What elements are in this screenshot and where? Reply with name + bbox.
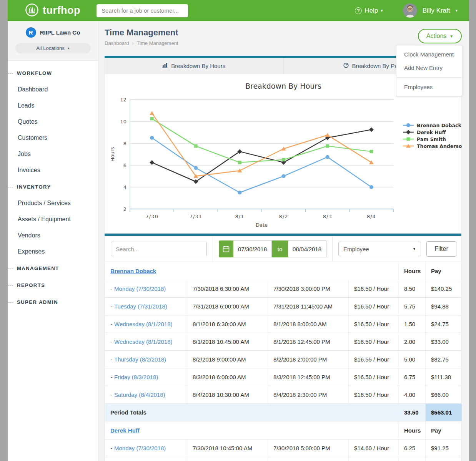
day-link[interactable]: Thursday (8/2/2018) xyxy=(114,356,166,363)
location-selector[interactable]: All Locations ▾ xyxy=(15,43,91,53)
partial-cell xyxy=(105,457,187,461)
clock-out-cell: 7/30/2018 3:00:00 PM xyxy=(268,280,348,297)
employee-link[interactable]: Brennan Doback xyxy=(110,268,156,274)
day-link[interactable]: Tuesday (7/31/2018) xyxy=(114,303,167,310)
hours-cell: 5.75 xyxy=(398,298,425,315)
day-link[interactable]: Monday (7/30/2018) xyxy=(114,285,166,292)
clock-out-cell: 7/30/2018 5:00:00 PM xyxy=(268,439,348,457)
menu-item-clock-management[interactable]: Clock Management xyxy=(396,48,462,61)
chevron-down-icon[interactable]: ▾ xyxy=(455,8,458,13)
chevron-down-icon: ▾ xyxy=(381,8,383,13)
sidebar-item-products-services[interactable]: Products / Services xyxy=(8,195,98,211)
svg-text:8/3: 8/3 xyxy=(323,214,332,219)
pay-column-header: Pay xyxy=(425,262,462,280)
filter-button[interactable]: Filter xyxy=(426,241,456,257)
help-menu[interactable]: ? Help ▾ xyxy=(355,7,383,15)
breadcrumb-dashboard[interactable]: Dashboard xyxy=(105,40,129,46)
hours-chart-card: Breakdown By Hours246810127/307/318/18/2… xyxy=(105,74,461,234)
day-cell: -Monday (7/30/2018) xyxy=(105,280,187,297)
main-content: Time Management Dashboard › Time Managem… xyxy=(98,21,469,461)
section-dash-icon: --- xyxy=(8,71,17,75)
dash-prefix: - xyxy=(110,391,112,398)
clock-in-cell: 8/1/2018 6:30:00 AM xyxy=(187,315,268,333)
tab-breakdown-by-hours[interactable]: Breakdown By Hours xyxy=(105,58,283,74)
pay-column-header: Pay xyxy=(425,421,462,439)
employee-select-value: Employee xyxy=(343,246,369,252)
menu-item-add-new-entry[interactable]: Add New Entry xyxy=(396,61,462,75)
svg-text:Brennan Doback: Brennan Doback xyxy=(417,123,461,128)
svg-text:4: 4 xyxy=(123,184,126,190)
clock-out-cell: 8/1/2018 8:00:00 AM xyxy=(268,315,348,333)
employee-link[interactable]: Derek Huff xyxy=(110,427,140,434)
clock-in-cell: 8/4/2018 10:30:00 AM xyxy=(187,386,268,403)
hours-cell: 8.50 xyxy=(398,280,425,297)
date-to-input[interactable] xyxy=(288,240,326,257)
calendar-icon[interactable] xyxy=(219,240,233,257)
breadcrumb-current: Time Management xyxy=(137,40,178,46)
sidebar-section-super-admin[interactable]: ---SUPER ADMIN xyxy=(8,294,98,310)
sidebar-item-jobs[interactable]: Jobs xyxy=(8,146,98,162)
svg-text:8: 8 xyxy=(123,141,126,146)
hours-column-header: Hours xyxy=(398,421,425,439)
day-link[interactable]: Wednesday (8/1/2018) xyxy=(114,338,173,345)
rate-cell: $16.50 / Hour xyxy=(348,386,398,403)
actions-button[interactable]: Actions ▼ xyxy=(418,29,462,43)
pay-cell: $82.75 xyxy=(425,351,462,368)
clock-in-cell: 7/30/2018 6:30:00 AM xyxy=(187,280,268,297)
tab-label: Breakdown By Hours xyxy=(171,63,225,69)
company-selector[interactable]: R RIIPL Lawn Co xyxy=(8,27,98,38)
day-link[interactable]: Monday (7/30/2018) xyxy=(114,445,166,451)
time-entry-row: -Monday (7/30/2018)7/30/2018 6:30:00 AM7… xyxy=(105,280,461,298)
svg-text:8/1: 8/1 xyxy=(235,214,244,219)
day-link[interactable]: Friday (8/3/2018) xyxy=(114,374,158,380)
user-avatar[interactable] xyxy=(403,3,417,18)
sidebar-item-invoices[interactable]: Invoices xyxy=(8,162,98,178)
bar-chart-icon xyxy=(162,63,168,69)
day-cell: -Friday (8/3/2018) xyxy=(105,368,187,386)
pay-cell: $33.00 xyxy=(425,333,462,350)
sidebar-item-leads[interactable]: Leads xyxy=(8,98,98,114)
time-entry-row: -Tuesday (7/31/2018)7/31/2018 6:00:00 AM… xyxy=(105,298,461,315)
menu-item-employees[interactable]: Employees xyxy=(396,80,462,94)
sidebar-section-label: MANAGEMENT xyxy=(17,265,59,271)
sidebar-item-customers[interactable]: Customers xyxy=(8,130,98,146)
sidebar-item-dashboard[interactable]: Dashboard xyxy=(8,81,98,98)
date-from-input[interactable] xyxy=(233,240,272,257)
sidebar-item-quotes[interactable]: Quotes xyxy=(8,114,98,130)
employee-name-cell: Derek Huff xyxy=(105,421,398,439)
sidebar-section-management[interactable]: ---MANAGEMENT xyxy=(8,260,98,277)
employee-select[interactable]: Employee ▼ xyxy=(338,242,421,256)
sidebar-item-expenses[interactable]: Expenses xyxy=(8,244,98,260)
help-question-icon: ? xyxy=(355,7,362,14)
day-cell: -Saturday (8/4/2018) xyxy=(105,386,187,403)
table-search-input[interactable] xyxy=(111,242,207,256)
sidebar-section-label: INVENTORY xyxy=(17,184,51,190)
partial-cell xyxy=(187,457,268,461)
svg-text:Derek Huff: Derek Huff xyxy=(417,129,446,135)
rate-cell: $16.50 / Hour xyxy=(348,280,398,297)
hours-cell: 6.75 xyxy=(398,368,425,386)
sidebar-section-workflow[interactable]: ---WORKFLOW xyxy=(8,65,98,81)
sidebar-section-reports[interactable]: ---REPORTS xyxy=(8,277,98,294)
sidebar-item-vendors[interactable]: Vendors xyxy=(8,227,98,244)
page-title: Time Management xyxy=(105,28,178,38)
sidebar-section-inventory[interactable]: ---INVENTORY xyxy=(8,178,98,195)
clock-out-cell: 8/3/2018 12:45:00 PM xyxy=(268,368,348,386)
turfhop-logo[interactable]: turfhop xyxy=(25,3,80,18)
svg-text:6: 6 xyxy=(123,163,126,168)
user-name[interactable]: Billy Kraft xyxy=(423,7,450,15)
svg-text:Thomas Anderson: Thomas Anderson xyxy=(417,143,462,149)
select-caret-icon: ▼ xyxy=(413,247,416,251)
day-link[interactable]: Saturday (8/4/2018) xyxy=(114,391,165,398)
time-entry-row: -Wednesday (8/1/2018)8/1/2018 10:45:00 A… xyxy=(105,333,461,351)
rate-cell: $16.55 / Hour xyxy=(348,351,398,368)
dash-prefix: - xyxy=(110,303,112,310)
sidebar-company-block: R RIIPL Lawn Co All Locations ▾ xyxy=(8,21,98,61)
top-navbar: turfhop ? Help ▾ Billy Kraft ▾ xyxy=(8,0,469,21)
hours-cell: 6.25 xyxy=(398,439,425,457)
svg-text:7/31: 7/31 xyxy=(190,214,202,219)
day-link[interactable]: Wednesday (8/1/2018) xyxy=(114,321,173,327)
global-search-input[interactable] xyxy=(97,4,188,17)
dash-prefix: - xyxy=(110,445,112,451)
sidebar-item-assets-equipment[interactable]: Assets / Equipment xyxy=(8,211,98,227)
